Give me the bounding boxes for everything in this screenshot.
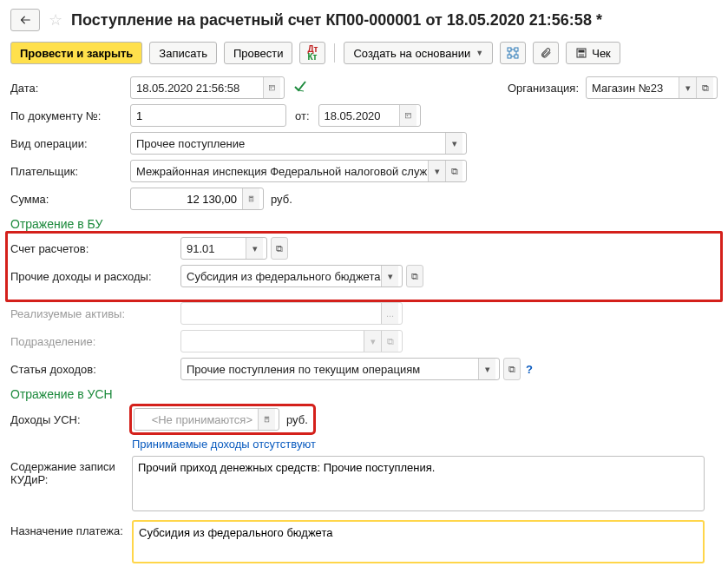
save-button[interactable]: Записать <box>149 42 217 64</box>
svg-rect-12 <box>270 86 275 90</box>
svg-rect-13 <box>271 88 272 89</box>
svg-rect-17 <box>250 197 253 198</box>
division-dropdown-icon[interactable]: ▾ <box>364 331 381 352</box>
svg-rect-2 <box>508 55 511 58</box>
op-kind-dropdown-icon[interactable]: ▾ <box>445 133 462 154</box>
payer-open-icon[interactable]: ⧉ <box>445 161 462 181</box>
payer-dropdown-icon[interactable]: ▾ <box>428 161 445 181</box>
payer-field[interactable]: Межрайонная инспекция Федеральной налого… <box>130 160 467 182</box>
page-title: Поступление на расчетный счет КП00-00000… <box>71 11 602 30</box>
account-field[interactable]: 91.01 ▾ <box>180 237 267 260</box>
help-icon[interactable]: ? <box>526 363 533 376</box>
other-income-label: Прочие доходы и расходы: <box>10 270 180 283</box>
division-open-icon[interactable]: ⧉ <box>381 331 398 352</box>
amount-field[interactable] <box>130 188 264 210</box>
org-value: Магазин №23 <box>587 77 679 98</box>
related-docs-button[interactable] <box>500 42 526 64</box>
date-ok-icon <box>293 80 307 96</box>
post-and-close-button[interactable]: Провести и закрыть <box>10 42 142 64</box>
division-label: Подразделение: <box>10 335 180 348</box>
op-kind-field[interactable]: Прочее поступление ▾ <box>130 132 467 155</box>
kudir-label: Содержание записи КУДиР: <box>10 456 132 486</box>
svg-point-10 <box>580 56 582 57</box>
create-based-label: Создать на основании <box>353 47 470 60</box>
dt-kt-button[interactable]: ДтКт <box>299 42 325 64</box>
from-label: от: <box>295 109 310 122</box>
income-item-open-icon[interactable]: ⧉ <box>503 358 521 380</box>
org-field[interactable]: Магазин №23 ▾ ⧉ <box>586 76 718 99</box>
section-bu-header: Отражение в БУ <box>10 217 718 231</box>
usn-income-label: Доходы УСН: <box>10 413 132 426</box>
op-kind-value: Прочее поступление <box>131 133 445 154</box>
svg-point-18 <box>250 199 251 200</box>
svg-point-20 <box>252 199 253 200</box>
date-value: 18.05.2020 21:56:58 <box>131 77 263 98</box>
amount-currency: руб. <box>271 193 292 206</box>
assets-more-icon[interactable]: ... <box>381 303 398 324</box>
dt-kt-icon: ДтКт <box>307 45 318 61</box>
paperclip-icon <box>540 47 552 59</box>
other-income-open-icon[interactable]: ⧉ <box>406 265 423 287</box>
doc-no-field[interactable] <box>130 104 286 127</box>
svg-rect-3 <box>515 55 518 58</box>
doc-date-value: 18.05.2020 <box>319 105 399 126</box>
kudir-field[interactable] <box>132 456 705 511</box>
division-field[interactable]: ▾ ⧉ <box>180 330 403 352</box>
check-button[interactable]: Чек <box>566 42 620 64</box>
svg-point-8 <box>582 54 584 56</box>
create-based-on-button[interactable]: Создать на основании ▼ <box>344 42 493 64</box>
doc-no-label: По документу №: <box>10 109 130 122</box>
doc-no-input[interactable] <box>131 105 285 126</box>
purpose-field[interactable] <box>132 520 705 563</box>
check-button-label: Чек <box>592 47 611 60</box>
svg-point-28 <box>267 419 268 420</box>
kudir-textarea[interactable] <box>138 461 698 500</box>
chevron-down-icon: ▼ <box>475 49 483 57</box>
org-label: Организация: <box>508 82 579 95</box>
back-button[interactable] <box>10 9 40 31</box>
svg-point-19 <box>251 199 252 200</box>
section-usn-header: Отражение в УСН <box>10 387 718 401</box>
assets-label: Реализуемые активы: <box>10 307 180 320</box>
toolbar-separator <box>334 43 335 63</box>
svg-point-21 <box>250 200 251 201</box>
svg-rect-15 <box>406 115 407 116</box>
org-dropdown-icon[interactable]: ▾ <box>679 77 696 98</box>
svg-point-27 <box>266 419 267 420</box>
doc-date-calendar-icon[interactable] <box>399 105 416 126</box>
usn-income-field[interactable]: <Не принимаются> <box>134 408 279 431</box>
other-income-dropdown-icon[interactable]: ▾ <box>381 266 398 286</box>
post-button[interactable]: Провести <box>224 42 293 64</box>
calendar-icon[interactable] <box>263 77 280 98</box>
usn-currency: руб. <box>286 413 308 426</box>
usn-link[interactable]: Принимаемые доходы отсутствуют <box>132 438 316 451</box>
income-item-value: Прочие поступления по текущим операциям <box>181 359 478 379</box>
amount-input[interactable] <box>131 188 242 209</box>
svg-point-6 <box>579 54 580 56</box>
svg-point-26 <box>266 419 266 420</box>
income-item-dropdown-icon[interactable]: ▾ <box>478 359 495 379</box>
income-item-field[interactable]: Прочие поступления по текущим операциям … <box>180 358 500 380</box>
other-income-field[interactable]: Субсидия из федерального бюджета ▾ <box>180 265 403 287</box>
amount-calculator-icon[interactable] <box>242 188 259 209</box>
favorite-star-icon[interactable]: ☆ <box>49 10 62 30</box>
org-open-icon[interactable]: ⧉ <box>696 77 713 98</box>
payer-label: Плательщик: <box>10 165 130 178</box>
svg-rect-25 <box>266 418 269 418</box>
account-open-icon[interactable]: ⧉ <box>271 237 288 260</box>
doc-date-field[interactable]: 18.05.2020 <box>318 104 421 127</box>
usn-income-value: <Не принимаются> <box>134 409 258 430</box>
account-dropdown-icon[interactable]: ▾ <box>246 238 263 259</box>
svg-point-23 <box>252 200 253 201</box>
income-item-label: Статья доходов: <box>10 363 180 376</box>
svg-rect-14 <box>405 114 410 118</box>
svg-point-11 <box>582 56 584 57</box>
assets-field[interactable]: ... <box>180 302 403 325</box>
grid-icon <box>507 47 519 59</box>
cash-register-icon <box>575 47 587 59</box>
date-field[interactable]: 18.05.2020 21:56:58 <box>130 76 285 99</box>
usn-income-calculator-icon[interactable] <box>258 409 275 430</box>
account-label: Счет расчетов: <box>10 242 180 255</box>
purpose-textarea[interactable] <box>139 526 698 552</box>
attachments-button[interactable] <box>533 42 559 64</box>
